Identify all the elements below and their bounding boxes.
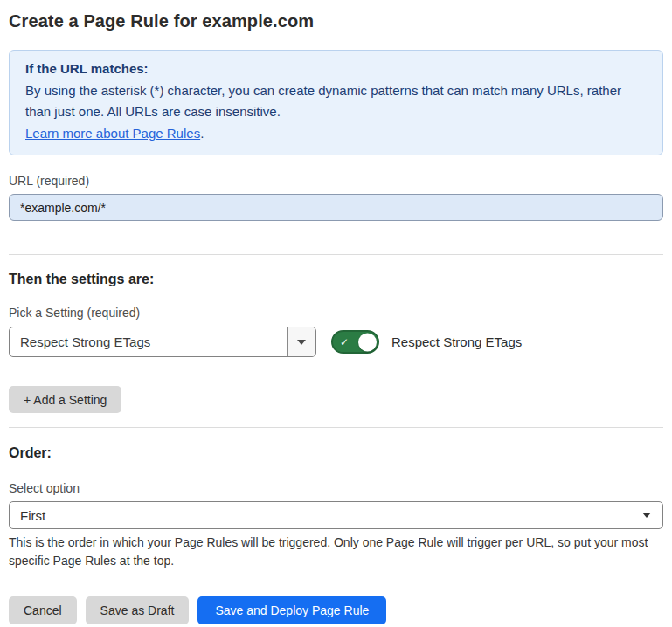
save-as-draft-button[interactable]: Save as Draft — [86, 596, 190, 624]
page-rule-form: Create a Page Rule for example.com If th… — [0, 0, 672, 624]
url-field-label: URL (required) — [9, 174, 663, 188]
link-suffix: . — [200, 126, 204, 141]
setting-picker-label: Pick a Setting (required) — [9, 306, 663, 320]
setting-select-arrow-button[interactable] — [287, 327, 315, 356]
url-input[interactable] — [9, 194, 663, 221]
info-box-heading: If the URL matches: — [25, 59, 647, 80]
order-select-label: Select option — [9, 481, 663, 495]
info-box-link-line: Learn more about Page Rules. — [25, 123, 647, 145]
section-divider — [9, 427, 663, 428]
section-divider — [9, 254, 663, 255]
cancel-button[interactable]: Cancel — [9, 596, 77, 624]
chevron-down-icon — [297, 340, 306, 345]
setting-select[interactable]: Respect Strong ETags — [9, 327, 316, 357]
learn-more-link[interactable]: Learn more about Page Rules — [25, 126, 200, 141]
url-match-info-box: If the URL matches: By using the asteris… — [9, 50, 663, 155]
add-setting-button[interactable]: + Add a Setting — [9, 386, 121, 413]
check-icon: ✓ — [340, 336, 349, 347]
footer-divider — [9, 582, 663, 582]
save-and-deploy-button[interactable]: Save and Deploy Page Rule — [197, 596, 386, 624]
page-title: Create a Page Rule for example.com — [9, 10, 663, 31]
order-section-heading: Order: — [9, 445, 663, 461]
settings-section-heading: Then the settings are: — [9, 272, 663, 287]
order-select[interactable]: First — [9, 501, 663, 529]
chevron-down-icon — [642, 513, 651, 518]
toggle-knob — [358, 333, 377, 351]
footer-actions: Cancel Save as Draft Save and Deploy Pag… — [9, 596, 663, 624]
order-help-text: This is the order in which your Page Rul… — [9, 534, 663, 570]
info-box-body: By using the asterisk (*) character, you… — [25, 80, 647, 123]
toggle-label: Respect Strong ETags — [391, 334, 522, 349]
setting-row: Respect Strong ETags ✓ Respect Strong ET… — [9, 327, 663, 357]
order-select-value: First — [20, 508, 45, 523]
setting-select-value: Respect Strong ETags — [10, 327, 287, 356]
respect-strong-etags-toggle[interactable]: ✓ — [331, 330, 379, 354]
